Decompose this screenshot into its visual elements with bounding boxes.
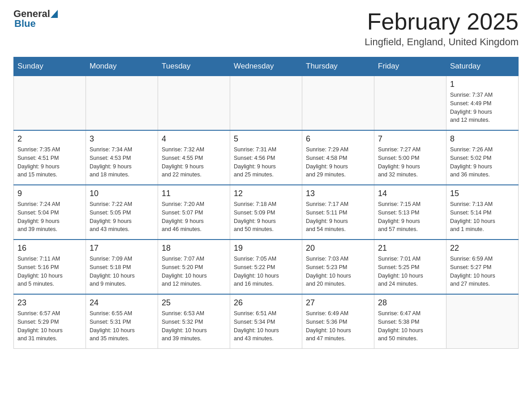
calendar-cell: 28Sunrise: 6:47 AMSunset: 5:38 PMDayligh… bbox=[374, 294, 446, 349]
calendar-cell bbox=[374, 76, 446, 130]
day-info: Sunrise: 7:03 AMSunset: 5:23 PMDaylight:… bbox=[306, 255, 370, 288]
logo-triangle-icon bbox=[51, 10, 58, 18]
calendar-cell: 2Sunrise: 7:35 AMSunset: 4:51 PMDaylight… bbox=[14, 130, 86, 185]
day-number: 4 bbox=[162, 134, 226, 144]
day-number: 23 bbox=[17, 298, 82, 308]
day-info: Sunrise: 7:07 AMSunset: 5:20 PMDaylight:… bbox=[162, 255, 226, 288]
day-number: 9 bbox=[17, 189, 82, 198]
calendar-cell: 26Sunrise: 6:51 AMSunset: 5:34 PMDayligh… bbox=[230, 294, 302, 349]
day-number: 7 bbox=[378, 134, 442, 144]
day-info: Sunrise: 7:24 AMSunset: 5:04 PMDaylight:… bbox=[17, 200, 82, 234]
logo: General Blue bbox=[13, 9, 58, 29]
logo-blue: Blue bbox=[13, 19, 58, 29]
day-number: 13 bbox=[306, 189, 370, 198]
calendar-cell bbox=[446, 294, 519, 349]
day-number: 8 bbox=[450, 134, 515, 144]
calendar-cell: 6Sunrise: 7:29 AMSunset: 4:58 PMDaylight… bbox=[302, 130, 374, 185]
day-number: 10 bbox=[90, 189, 154, 198]
day-number: 1 bbox=[450, 80, 515, 89]
calendar-table: SundayMondayTuesdayWednesdayThursdayFrid… bbox=[13, 57, 519, 349]
day-number: 17 bbox=[90, 244, 154, 253]
day-info: Sunrise: 7:15 AMSunset: 5:13 PMDaylight:… bbox=[378, 200, 442, 234]
day-number: 18 bbox=[162, 244, 226, 253]
calendar-week-row: 2Sunrise: 7:35 AMSunset: 4:51 PMDaylight… bbox=[14, 130, 519, 185]
day-info: Sunrise: 7:09 AMSunset: 5:18 PMDaylight:… bbox=[90, 255, 154, 288]
weekday-header-sunday: Sunday bbox=[14, 57, 86, 76]
calendar-cell bbox=[86, 76, 158, 130]
calendar-cell: 27Sunrise: 6:49 AMSunset: 5:36 PMDayligh… bbox=[302, 294, 374, 349]
calendar-cell: 21Sunrise: 7:01 AMSunset: 5:25 PMDayligh… bbox=[374, 240, 446, 294]
day-number: 25 bbox=[162, 298, 226, 308]
calendar-cell bbox=[230, 76, 302, 130]
day-info: Sunrise: 7:11 AMSunset: 5:16 PMDaylight:… bbox=[17, 255, 82, 288]
title-block: February 2025 Lingfield, England, United… bbox=[365, 9, 519, 48]
calendar-cell: 25Sunrise: 6:53 AMSunset: 5:32 PMDayligh… bbox=[158, 294, 230, 349]
calendar-cell: 13Sunrise: 7:17 AMSunset: 5:11 PMDayligh… bbox=[302, 185, 374, 240]
calendar-cell: 19Sunrise: 7:05 AMSunset: 5:22 PMDayligh… bbox=[230, 240, 302, 294]
weekday-header-row: SundayMondayTuesdayWednesdayThursdayFrid… bbox=[14, 57, 519, 76]
day-number: 3 bbox=[90, 134, 154, 144]
calendar-cell: 10Sunrise: 7:22 AMSunset: 5:05 PMDayligh… bbox=[86, 185, 158, 240]
day-info: Sunrise: 6:55 AMSunset: 5:31 PMDaylight:… bbox=[90, 309, 154, 343]
calendar-header: SundayMondayTuesdayWednesdayThursdayFrid… bbox=[14, 57, 519, 76]
weekday-header-thursday: Thursday bbox=[302, 57, 374, 76]
calendar-cell bbox=[302, 76, 374, 130]
day-info: Sunrise: 7:13 AMSunset: 5:14 PMDaylight:… bbox=[450, 200, 515, 234]
day-info: Sunrise: 7:22 AMSunset: 5:05 PMDaylight:… bbox=[90, 200, 154, 234]
day-info: Sunrise: 7:20 AMSunset: 5:07 PMDaylight:… bbox=[162, 200, 226, 234]
calendar-body: 1Sunrise: 7:37 AMSunset: 4:49 PMDaylight… bbox=[14, 76, 519, 349]
weekday-header-tuesday: Tuesday bbox=[158, 57, 230, 76]
calendar-cell: 4Sunrise: 7:32 AMSunset: 4:55 PMDaylight… bbox=[158, 130, 230, 185]
day-number: 26 bbox=[234, 298, 298, 308]
calendar-week-row: 1Sunrise: 7:37 AMSunset: 4:49 PMDaylight… bbox=[14, 76, 519, 130]
calendar-cell: 16Sunrise: 7:11 AMSunset: 5:16 PMDayligh… bbox=[14, 240, 86, 294]
day-number: 12 bbox=[234, 189, 298, 198]
calendar-week-row: 9Sunrise: 7:24 AMSunset: 5:04 PMDaylight… bbox=[14, 185, 519, 240]
day-info: Sunrise: 6:51 AMSunset: 5:34 PMDaylight:… bbox=[234, 309, 298, 343]
calendar-cell: 20Sunrise: 7:03 AMSunset: 5:23 PMDayligh… bbox=[302, 240, 374, 294]
day-info: Sunrise: 7:18 AMSunset: 5:09 PMDaylight:… bbox=[234, 200, 298, 234]
calendar-week-row: 23Sunrise: 6:57 AMSunset: 5:29 PMDayligh… bbox=[14, 294, 519, 349]
day-info: Sunrise: 7:05 AMSunset: 5:22 PMDaylight:… bbox=[234, 255, 298, 288]
day-number: 20 bbox=[306, 244, 370, 253]
day-info: Sunrise: 6:57 AMSunset: 5:29 PMDaylight:… bbox=[17, 309, 82, 343]
day-info: Sunrise: 7:34 AMSunset: 4:53 PMDaylight:… bbox=[90, 146, 154, 179]
calendar-week-row: 16Sunrise: 7:11 AMSunset: 5:16 PMDayligh… bbox=[14, 240, 519, 294]
day-number: 5 bbox=[234, 134, 298, 144]
calendar-cell: 1Sunrise: 7:37 AMSunset: 4:49 PMDaylight… bbox=[446, 76, 519, 130]
calendar-cell: 17Sunrise: 7:09 AMSunset: 5:18 PMDayligh… bbox=[86, 240, 158, 294]
calendar-cell: 23Sunrise: 6:57 AMSunset: 5:29 PMDayligh… bbox=[14, 294, 86, 349]
calendar-cell: 11Sunrise: 7:20 AMSunset: 5:07 PMDayligh… bbox=[158, 185, 230, 240]
weekday-header-saturday: Saturday bbox=[446, 57, 519, 76]
day-info: Sunrise: 6:59 AMSunset: 5:27 PMDaylight:… bbox=[450, 255, 515, 288]
weekday-header-friday: Friday bbox=[374, 57, 446, 76]
day-info: Sunrise: 7:01 AMSunset: 5:25 PMDaylight:… bbox=[378, 255, 442, 288]
weekday-header-monday: Monday bbox=[86, 57, 158, 76]
day-number: 24 bbox=[90, 298, 154, 308]
day-info: Sunrise: 6:47 AMSunset: 5:38 PMDaylight:… bbox=[378, 309, 442, 343]
day-info: Sunrise: 6:53 AMSunset: 5:32 PMDaylight:… bbox=[162, 309, 226, 343]
day-info: Sunrise: 7:31 AMSunset: 4:56 PMDaylight:… bbox=[234, 146, 298, 179]
day-info: Sunrise: 6:49 AMSunset: 5:36 PMDaylight:… bbox=[306, 309, 370, 343]
calendar-cell: 15Sunrise: 7:13 AMSunset: 5:14 PMDayligh… bbox=[446, 185, 519, 240]
day-info: Sunrise: 7:29 AMSunset: 4:58 PMDaylight:… bbox=[306, 146, 370, 179]
day-info: Sunrise: 7:27 AMSunset: 5:00 PMDaylight:… bbox=[378, 146, 442, 179]
day-info: Sunrise: 7:32 AMSunset: 4:55 PMDaylight:… bbox=[162, 146, 226, 179]
calendar-cell bbox=[158, 76, 230, 130]
calendar-cell: 22Sunrise: 6:59 AMSunset: 5:27 PMDayligh… bbox=[446, 240, 519, 294]
logo-general: General bbox=[13, 9, 58, 19]
day-number: 19 bbox=[234, 244, 298, 253]
svg-marker-0 bbox=[51, 10, 58, 18]
day-number: 28 bbox=[378, 298, 442, 308]
day-number: 14 bbox=[378, 189, 442, 198]
month-title: February 2025 bbox=[365, 9, 519, 34]
day-number: 2 bbox=[17, 134, 82, 144]
calendar-cell: 24Sunrise: 6:55 AMSunset: 5:31 PMDayligh… bbox=[86, 294, 158, 349]
day-number: 27 bbox=[306, 298, 370, 308]
calendar-cell: 12Sunrise: 7:18 AMSunset: 5:09 PMDayligh… bbox=[230, 185, 302, 240]
day-info: Sunrise: 7:17 AMSunset: 5:11 PMDaylight:… bbox=[306, 200, 370, 234]
day-info: Sunrise: 7:26 AMSunset: 5:02 PMDaylight:… bbox=[450, 146, 515, 179]
calendar-cell bbox=[14, 76, 86, 130]
day-number: 22 bbox=[450, 244, 515, 253]
weekday-header-wednesday: Wednesday bbox=[230, 57, 302, 76]
